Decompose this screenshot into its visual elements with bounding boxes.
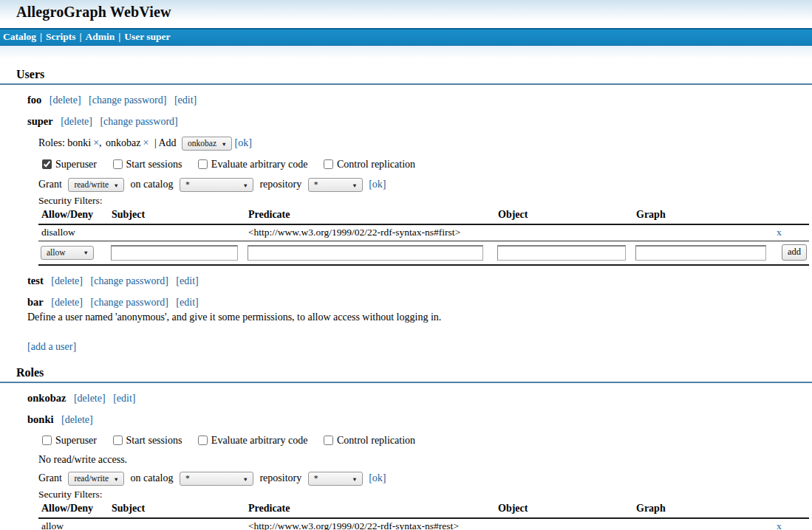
- selected-catalog: *: [185, 474, 190, 483]
- permission-label: Superuser: [55, 159, 97, 170]
- grant-repository-select[interactable]: *: [308, 178, 363, 192]
- remove-role-bonki-link[interactable]: ×: [93, 137, 99, 148]
- selected-repository: *: [314, 180, 318, 189]
- security-filters-label: Security Filters:: [38, 195, 812, 207]
- permission-superuser[interactable]: Superuser: [38, 159, 97, 170]
- masthead: AllegroGraph WebView: [0, 0, 812, 28]
- filter-subject: [109, 518, 245, 530]
- filter-allow-deny: disallow: [38, 224, 109, 241]
- users-heading: Users: [16, 68, 812, 81]
- col-object: Object: [495, 207, 633, 224]
- delete-user-link[interactable]: [delete]: [50, 94, 81, 106]
- grant-label: Grant: [38, 472, 62, 483]
- users-section-rule: Users: [0, 62, 812, 85]
- start-sessions-checkbox[interactable]: [113, 436, 123, 445]
- grant-access-select[interactable]: read/write: [68, 472, 124, 486]
- filter-row: allow <http://www.w3.org/1999/02/22-rdf-…: [38, 518, 809, 530]
- repository-label: repository: [259, 472, 301, 483]
- edit-role-link[interactable]: [edit]: [113, 393, 135, 404]
- selected-repository: *: [314, 474, 318, 483]
- edit-user-link[interactable]: [edit]: [176, 297, 198, 308]
- assigned-role-bonki: bonki×: [67, 137, 99, 148]
- super-roles-line: Roles: bonki×, onkobaz× | Add onkobaz [o…: [38, 137, 812, 151]
- eval-code-checkbox[interactable]: [198, 159, 208, 169]
- eval-code-checkbox[interactable]: [198, 436, 208, 445]
- add-role-select[interactable]: onkobaz: [182, 137, 232, 151]
- new-filter-allow-select[interactable]: allow: [41, 246, 94, 260]
- col-predicate: Predicate: [245, 207, 495, 224]
- permission-start-sessions[interactable]: Start sessions: [109, 159, 182, 170]
- edit-user-link[interactable]: [edit]: [174, 94, 197, 106]
- col-allow-deny: Allow/Deny: [38, 501, 109, 518]
- filter-subject: [109, 224, 245, 241]
- superuser-checkbox[interactable]: [42, 159, 52, 169]
- role-name: bonki: [67, 137, 91, 148]
- user-row-super: super [delete] [change password]: [27, 115, 812, 128]
- grant-catalog-select[interactable]: *: [180, 472, 253, 486]
- change-password-link[interactable]: [change password]: [91, 275, 168, 286]
- remove-filter-link[interactable]: x: [777, 520, 782, 530]
- permission-control-replication[interactable]: Control replication: [320, 435, 415, 446]
- add-filter-row: allow add: [38, 241, 809, 266]
- control-replication-checkbox[interactable]: [324, 436, 333, 445]
- permission-eval-code[interactable]: Evaluate arbitrary code: [194, 159, 308, 170]
- col-subject: Subject: [109, 501, 245, 518]
- new-filter-predicate-input[interactable]: [248, 245, 483, 261]
- col-actions: [774, 501, 809, 518]
- grant-repository-select[interactable]: *: [308, 472, 363, 486]
- add-user-link[interactable]: [add a user]: [27, 341, 76, 353]
- filter-object: [495, 224, 633, 241]
- on-catalog-label: on catalog: [131, 179, 174, 190]
- remove-filter-link[interactable]: x: [777, 227, 782, 238]
- permission-label: Control replication: [337, 435, 415, 446]
- grant-ok-link[interactable]: [ok]: [369, 179, 386, 190]
- role-row-onkobaz: onkobaz [delete] [edit]: [27, 392, 812, 405]
- bonki-permissions-row: Superuser Start sessions Evaluate arbitr…: [38, 435, 812, 447]
- permission-label: Evaluate arbitrary code: [211, 435, 308, 446]
- remove-role-onkobaz-link[interactable]: ×: [143, 137, 149, 148]
- new-filter-graph-input[interactable]: [635, 245, 766, 261]
- grant-ok-link[interactable]: [ok]: [369, 472, 386, 483]
- bonki-security-filters-table: Allow/Deny Subject Predicate Object Grap…: [38, 501, 809, 530]
- selected-allow: allow: [47, 248, 66, 257]
- anonymous-user-note: Define a user named 'anonymous', and giv…: [27, 312, 812, 323]
- delete-user-link[interactable]: [delete]: [61, 116, 92, 127]
- grant-access-select[interactable]: read/write: [68, 178, 124, 192]
- selected-role: onkobaz: [188, 139, 216, 148]
- col-allow-deny: Allow/Deny: [38, 207, 109, 224]
- nav-link-user-super[interactable]: User super: [124, 31, 170, 42]
- nav-link-admin[interactable]: Admin: [85, 31, 115, 42]
- delete-role-link[interactable]: [delete]: [74, 393, 106, 404]
- filters-header-row: Allow/Deny Subject Predicate Object Grap…: [38, 501, 809, 518]
- delete-user-link[interactable]: [delete]: [51, 297, 83, 308]
- permission-start-sessions[interactable]: Start sessions: [109, 435, 182, 446]
- navbar: Catalog|Scripts|Admin|User super: [0, 28, 812, 46]
- grant-catalog-select[interactable]: *: [180, 178, 253, 192]
- permission-eval-code[interactable]: Evaluate arbitrary code: [194, 435, 308, 446]
- col-predicate: Predicate: [245, 501, 495, 518]
- edit-user-link[interactable]: [edit]: [176, 275, 198, 286]
- permission-label: Start sessions: [126, 159, 182, 170]
- change-password-link[interactable]: [change password]: [91, 297, 168, 308]
- app-title: AllegroGraph WebView: [16, 4, 171, 21]
- delete-user-link[interactable]: [delete]: [51, 275, 83, 286]
- permission-superuser[interactable]: Superuser: [38, 435, 97, 446]
- change-password-link[interactable]: [change password]: [100, 116, 177, 127]
- username: bar: [27, 296, 44, 308]
- filter-graph: [633, 518, 774, 530]
- roles-heading: Roles: [16, 366, 812, 379]
- superuser-checkbox[interactable]: [42, 436, 52, 445]
- add-filter-button[interactable]: add: [782, 244, 807, 261]
- new-filter-object-input[interactable]: [497, 245, 626, 261]
- delete-role-link[interactable]: [delete]: [61, 414, 93, 425]
- nav-separator: |: [79, 31, 81, 42]
- nav-link-scripts[interactable]: Scripts: [46, 31, 76, 42]
- permission-control-replication[interactable]: Control replication: [320, 159, 415, 170]
- control-replication-checkbox[interactable]: [324, 159, 333, 169]
- nav-link-catalog[interactable]: Catalog: [3, 31, 36, 42]
- start-sessions-checkbox[interactable]: [113, 159, 123, 169]
- selected-access: read/write: [74, 474, 109, 483]
- add-role-ok-link[interactable]: [ok]: [235, 137, 252, 148]
- new-filter-subject-input[interactable]: [111, 245, 238, 261]
- change-password-link[interactable]: [change password]: [89, 94, 166, 106]
